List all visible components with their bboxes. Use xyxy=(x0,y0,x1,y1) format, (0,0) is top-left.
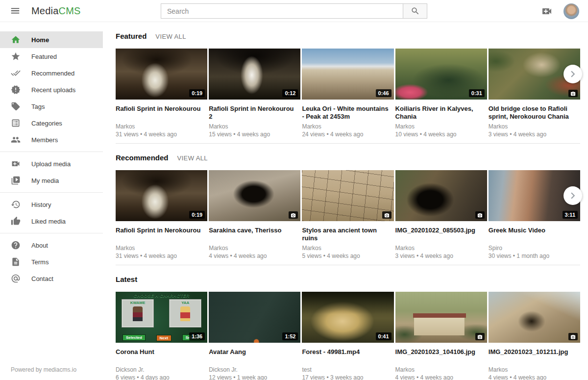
video-call-icon xyxy=(11,159,21,169)
media-meta: 10 views • 4 weeks ago xyxy=(395,131,487,138)
sidebar-item-terms[interactable]: Terms xyxy=(0,253,103,270)
media-title[interactable]: Rafioli Sprint in Nerokourou 2 xyxy=(209,105,300,121)
at-sign-icon xyxy=(11,274,21,283)
camera-icon xyxy=(289,211,298,219)
done-all-icon xyxy=(11,68,21,78)
media-title[interactable]: IMG_20201023_101211.jpg xyxy=(489,348,580,364)
sidebar-item-categories[interactable]: Categories xyxy=(0,115,103,131)
media-author[interactable]: Markos xyxy=(395,366,487,373)
media-author[interactable]: test xyxy=(302,366,393,373)
media-author[interactable]: Markos xyxy=(489,366,580,373)
view-all-link[interactable]: VIEW ALL xyxy=(155,33,186,40)
media-title[interactable]: Sarakina cave, Therisso xyxy=(209,227,300,242)
video-call-icon xyxy=(541,5,553,17)
view-all-link[interactable]: VIEW ALL xyxy=(177,154,208,162)
upload-media-button[interactable] xyxy=(541,5,553,17)
media-author[interactable]: Markos xyxy=(395,123,487,130)
sidebar-group: HomeFeaturedRecommendedRecent uploadsTag… xyxy=(0,28,103,152)
media-title[interactable]: Stylos area ancient town ruins xyxy=(302,227,393,242)
media-title[interactable]: Rafioli Sprint in Nerokourou xyxy=(116,105,207,121)
media-author[interactable]: Markos xyxy=(116,245,207,252)
logo[interactable]: MediaCMS xyxy=(31,5,81,17)
media-meta: 30 views • 1 month ago xyxy=(489,253,580,259)
sidebar-item-recommended[interactable]: Recommended xyxy=(0,65,103,81)
media-author[interactable]: Dickson Jr. xyxy=(209,366,300,373)
media-author[interactable]: Markos xyxy=(209,245,300,252)
media-title[interactable]: Koiliaris River in Kalyves, Chania xyxy=(395,105,487,121)
media-thumbnail[interactable]: 0:12 xyxy=(209,49,300,100)
sidebar-item-upload-media[interactable]: Upload media xyxy=(0,155,103,172)
help-icon xyxy=(11,240,21,250)
media-author[interactable]: Markos xyxy=(489,123,580,130)
media-thumbnail[interactable] xyxy=(395,292,487,343)
sidebar-item-label: Recommended xyxy=(31,70,74,77)
media-title[interactable]: IMG_20201022_085503.jpg xyxy=(395,227,487,242)
search-button[interactable] xyxy=(403,3,427,19)
media-thumbnail[interactable] xyxy=(395,170,487,221)
menu-button[interactable] xyxy=(9,4,22,17)
media-thumbnail[interactable]: 0:19 xyxy=(116,49,207,100)
sidebar-item-label: About xyxy=(31,242,48,249)
media-title[interactable]: Forest - 49981.mp4 xyxy=(302,348,393,364)
sidebar-item-liked-media[interactable]: Liked media xyxy=(0,213,103,229)
media-thumbnail[interactable] xyxy=(302,170,393,221)
new-releases-icon xyxy=(11,85,21,95)
media-thumbnail[interactable]: CHOOSE A CHARACTERKWAMEYAASelectedNextSe… xyxy=(116,292,207,343)
media-card: Stylos area ancient town ruinsMarkos5 vi… xyxy=(302,170,393,259)
media-meta: 3 views • 4 weeks ago xyxy=(489,131,580,138)
media-card: 0:19Rafioli Sprint in NerokourouMarkos31… xyxy=(116,170,207,259)
sidebar-item-home[interactable]: Home xyxy=(0,31,103,48)
media-thumbnail[interactable]: 0:31 xyxy=(395,49,487,100)
duration-badge: 0:46 xyxy=(376,89,392,97)
sidebar-item-members[interactable]: Members xyxy=(0,131,103,148)
media-card: IMG_20201023_104106.jpgMarkos4 views • 4… xyxy=(395,292,487,380)
media-author[interactable]: Markos xyxy=(302,245,393,252)
sidebar-item-my-media[interactable]: My media xyxy=(0,172,103,189)
sidebar-item-about[interactable]: About xyxy=(0,237,103,253)
media-thumbnail[interactable]: 0:41 xyxy=(302,292,393,343)
media-title[interactable]: Avatar Aang xyxy=(209,348,300,364)
media-thumbnail[interactable]: 1:52 xyxy=(209,292,300,343)
media-author[interactable]: Markos xyxy=(116,123,207,130)
media-title[interactable]: Leuka Ori - White mountains - Peak at 24… xyxy=(302,105,393,121)
media-author[interactable]: Spiro xyxy=(489,245,580,252)
sidebar-item-featured[interactable]: Featured xyxy=(0,48,103,65)
media-thumbnail[interactable] xyxy=(489,292,580,343)
sidebar-item-label: Upload media xyxy=(31,160,71,168)
sidebar-item-history[interactable]: History xyxy=(0,196,103,213)
sidebar-item-recent-uploads[interactable]: Recent uploads xyxy=(0,81,103,98)
section-featured: FeaturedVIEW ALL0:19Rafioli Sprint in Ne… xyxy=(116,22,580,144)
carousel-next-button[interactable] xyxy=(564,186,582,205)
sidebar-item-contact[interactable]: Contact xyxy=(0,270,103,287)
media-thumbnail[interactable]: 0:19 xyxy=(116,170,207,221)
duration-badge: 0:41 xyxy=(376,332,392,340)
hamburger-icon xyxy=(10,5,21,16)
media-title[interactable]: IMG_20201023_104106.jpg xyxy=(395,348,487,364)
duration-badge: 3:11 xyxy=(563,211,578,219)
carousel-next-button[interactable] xyxy=(564,65,582,83)
search-input[interactable] xyxy=(161,3,403,19)
game-character-panels: KWAMEYAA xyxy=(116,298,207,328)
media-author[interactable]: Dickson Jr. xyxy=(116,366,207,373)
media-title[interactable]: Corona Hunt xyxy=(116,348,207,364)
media-title[interactable]: Rafioli Sprint in Nerokourou xyxy=(116,227,207,242)
user-menu-button[interactable] xyxy=(564,3,579,19)
media-author[interactable]: Markos xyxy=(395,245,487,252)
sidebar-item-label: History xyxy=(31,201,51,208)
sidebar-item-label: Members xyxy=(31,136,58,144)
game-character-panel: KWAME xyxy=(122,299,154,328)
card-row: 0:19Rafioli Sprint in NerokourouMarkos31… xyxy=(116,170,580,259)
game-character-name: KWAME xyxy=(122,301,153,305)
media-title[interactable]: Old bridge close to Rafioli sprint, Nero… xyxy=(489,105,580,121)
document-icon xyxy=(11,257,21,267)
media-meta: 4 views • 4 weeks ago xyxy=(395,374,487,380)
media-thumbnail[interactable] xyxy=(209,170,300,221)
section-title: Latest xyxy=(116,275,137,283)
media-card: IMG_20201022_085503.jpgMarkos3 views • 4… xyxy=(395,170,487,259)
media-author[interactable]: Markos xyxy=(302,123,393,130)
media-author[interactable]: Markos xyxy=(209,123,300,130)
media-title[interactable]: Greek Music Video xyxy=(489,227,580,242)
media-thumbnail[interactable]: 0:46 xyxy=(302,49,393,100)
sidebar-item-tags[interactable]: Tags xyxy=(0,98,103,115)
media-card: CHOOSE A CHARACTERKWAMEYAASelectedNextSe… xyxy=(116,292,207,380)
